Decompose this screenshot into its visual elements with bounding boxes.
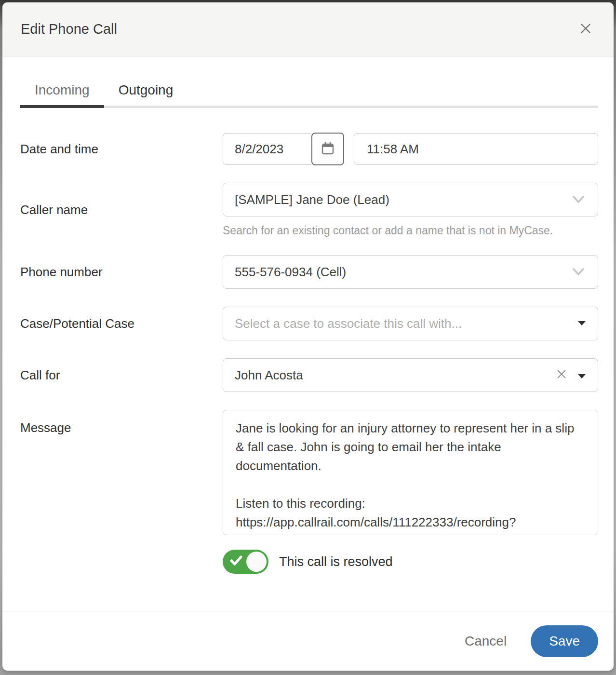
call-for-label: Call for <box>20 368 223 383</box>
row-caller-name: Caller name [SAMPLE] Jane Doe (Lead) Sea… <box>20 183 598 237</box>
date-time-label: Date and time <box>20 142 223 157</box>
phone-number-value: 555-576-0934 (Cell) <box>235 265 571 280</box>
phone-number-label: Phone number <box>20 265 223 280</box>
row-call-for: Call for John Acosta <box>20 358 598 392</box>
row-message: Message Jane is looking for an injury at… <box>20 410 598 535</box>
row-resolved: This call is resolved <box>20 550 598 574</box>
cancel-button[interactable]: Cancel <box>465 634 507 649</box>
dialog-footer: Cancel Save <box>2 611 614 671</box>
chevron-down-icon <box>571 194 586 205</box>
check-icon <box>229 554 243 569</box>
case-label: Case/Potential Case <box>20 316 223 331</box>
caller-name-select[interactable]: [SAMPLE] Jane Doe (Lead) <box>223 183 598 216</box>
caller-name-helper: Search for an existing contact or add a … <box>223 224 598 237</box>
call-for-select[interactable]: John Acosta <box>223 358 598 392</box>
resolved-label: This call is resolved <box>279 554 393 569</box>
edit-phone-call-dialog: Edit Phone Call Incoming Outgoing Date a… <box>2 2 614 671</box>
caller-name-label: Caller name <box>20 202 223 217</box>
caret-down-icon <box>577 321 586 326</box>
calendar-button[interactable] <box>311 133 344 165</box>
time-input[interactable] <box>354 133 598 165</box>
chevron-down-icon <box>571 267 586 277</box>
close-button[interactable] <box>576 20 595 39</box>
tab-bar: Incoming Outgoing <box>20 79 598 108</box>
tab-outgoing[interactable]: Outgoing <box>104 79 188 106</box>
dialog-title: Edit Phone Call <box>21 21 576 37</box>
close-icon <box>578 21 593 37</box>
resolved-toggle[interactable] <box>223 550 268 574</box>
calendar-icon <box>321 141 335 158</box>
date-group <box>223 133 344 165</box>
save-button[interactable]: Save <box>531 625 598 657</box>
dialog-header: Edit Phone Call <box>2 2 614 56</box>
caret-down-icon <box>577 368 586 383</box>
call-for-value: John Acosta <box>235 368 556 383</box>
message-textarea[interactable]: Jane is looking for an injury attorney t… <box>223 410 598 535</box>
message-label: Message <box>20 410 223 435</box>
row-case: Case/Potential Case Select a case to ass… <box>20 307 598 340</box>
clear-icon[interactable] <box>556 368 567 383</box>
row-phone-number: Phone number 555-576-0934 (Cell) <box>20 255 598 289</box>
phone-number-select[interactable]: 555-576-0934 (Cell) <box>223 255 598 289</box>
tab-incoming[interactable]: Incoming <box>20 79 104 106</box>
toggle-knob <box>246 552 267 572</box>
caller-name-value: [SAMPLE] Jane Doe (Lead) <box>235 192 571 207</box>
case-select[interactable]: Select a case to associate this call wit… <box>223 307 598 340</box>
case-placeholder: Select a case to associate this call wit… <box>235 316 577 331</box>
date-input[interactable] <box>223 133 311 165</box>
row-date-time: Date and time <box>20 133 598 165</box>
dialog-body: Incoming Outgoing Date and time <box>2 56 614 611</box>
